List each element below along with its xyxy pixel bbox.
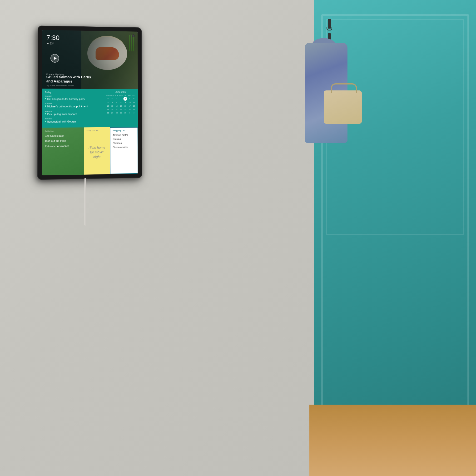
purse-bag: [324, 90, 362, 124]
cal-day-1n: 1: [128, 111, 132, 115]
cal-day-17[interactable]: 17: [128, 104, 132, 108]
todo-item-2: Take out the trash: [45, 139, 81, 143]
play-icon: [54, 57, 57, 60]
cal-day-11[interactable]: 11: [132, 101, 136, 104]
todo-item-3: Return tennis racket: [45, 144, 81, 148]
cal-hdr-thu: THU: [123, 95, 127, 97]
temperature: 63°: [50, 42, 54, 45]
cal-day-15[interactable]: 15: [119, 104, 123, 108]
cal-day-4[interactable]: 4: [132, 97, 136, 101]
shopping-label: Shopping List: [113, 130, 135, 132]
cal-day-27[interactable]: 27: [110, 111, 114, 115]
event-title-3: Pick up dog from daycare: [45, 112, 101, 116]
cal-day-30p: 30: [110, 97, 114, 101]
event-dot-4: [45, 121, 46, 122]
weather-icon: ☁: [46, 42, 49, 45]
cal-day-25[interactable]: 25: [132, 108, 136, 111]
shopping-item-1: Almond butter: [113, 134, 135, 136]
sticky-time: Today, 7:20 AM: [86, 129, 108, 132]
cal-day-3[interactable]: 3: [128, 97, 132, 101]
cal-day-6[interactable]: 6: [110, 101, 114, 104]
power-cable: [85, 178, 86, 226]
cal-day-29[interactable]: 29: [119, 111, 123, 115]
clock: 7:30: [46, 34, 60, 41]
event-item-4: 7:00 PM Racquetball with George: [45, 118, 101, 123]
events-panel: Today 8:00 AM Get doughnuts for birthday…: [42, 88, 104, 128]
calendar-month: June 2022: [106, 91, 136, 93]
cal-day-14[interactable]: 14: [115, 104, 119, 108]
hook-1: [328, 19, 331, 29]
event-item-2: 9:30 AM Michael's orthodontist appointme…: [45, 102, 101, 108]
cal-day-1[interactable]: 1: [119, 97, 123, 101]
play-button[interactable]: [51, 54, 59, 63]
cal-day-12[interactable]: 12: [106, 104, 110, 108]
cal-hdr-wed: WED: [119, 95, 123, 97]
echo-show-device: 7:30 ☁ 63° Popular Recipes Grilled Salmo…: [37, 25, 142, 180]
cal-day-13[interactable]: 13: [110, 104, 114, 108]
cal-day-18[interactable]: 18: [132, 104, 136, 108]
alexa-hint: Try "Alexa, show me this recipe": [46, 85, 74, 87]
event-title-4: Racquetball with George: [45, 120, 101, 123]
event-title-2: Michael's orthodontist appointment: [45, 105, 101, 108]
event-dot-2: [45, 105, 46, 107]
calendar-events-section: Today 8:00 AM Get doughnuts for birthday…: [42, 88, 138, 128]
cal-day-22[interactable]: 22: [119, 108, 123, 111]
event-item-3: 4:00 PM Pick up dog from daycare: [45, 110, 101, 116]
cal-day-2-today[interactable]: 2: [123, 97, 127, 101]
sticky-note-widget: Today, 7:20 AM I'll be home for movie ni…: [84, 127, 110, 175]
event-title-1: Get doughnuts for birthday party: [45, 97, 101, 101]
mini-calendar: June 2022 SUN MON TUE WED THU FRI SAT 29…: [104, 89, 138, 127]
cal-day-29p: 29: [106, 97, 110, 101]
event-dot-3: [45, 113, 46, 114]
calendar-grid: SUN MON TUE WED THU FRI SAT 29 30 31 1 2…: [106, 95, 136, 115]
cal-day-2n: 2: [132, 111, 136, 115]
cal-day-26[interactable]: 26: [106, 111, 110, 115]
event-dot-1: [45, 98, 46, 99]
cal-day-9[interactable]: 9: [123, 101, 127, 104]
todo-label: To-Do List: [45, 130, 81, 132]
cal-day-19[interactable]: 19: [106, 108, 110, 111]
cal-hdr-fri: FRI: [128, 95, 132, 97]
cal-hdr-sun: SUN: [106, 95, 110, 97]
cal-day-16[interactable]: 16: [123, 104, 127, 108]
time-display: 7:30 ☁ 63°: [46, 34, 60, 45]
floor: [309, 405, 476, 476]
recipe-title: Grilled Salmon with Herbs and Asparagus: [46, 75, 94, 84]
todo-item-1: Call Carlos back: [45, 134, 81, 138]
shopping-list-widget: Shopping List Almond butter Raisins Chai…: [110, 127, 138, 174]
event-time-1: 8:00 AM: [45, 95, 101, 97]
weather-display: ☁ 63°: [46, 42, 60, 45]
cal-hdr-mon: MON: [110, 95, 114, 97]
shopping-item-2: Raisins: [113, 137, 135, 141]
cal-day-7[interactable]: 7: [115, 101, 119, 104]
cal-day-31p: 31: [115, 97, 119, 101]
shopping-item-3: Chai tea: [113, 142, 135, 145]
widgets-section: To-Do List Call Carlos back Take out the…: [42, 127, 138, 175]
cal-day-28[interactable]: 28: [115, 111, 119, 115]
cal-day-24[interactable]: 24: [128, 108, 132, 111]
more-options-button[interactable]: ⋮: [130, 83, 134, 87]
cal-day-5[interactable]: 5: [106, 101, 110, 104]
cal-day-23[interactable]: 23: [123, 108, 127, 111]
cal-day-30[interactable]: 30: [123, 111, 127, 115]
cal-day-10[interactable]: 10: [128, 101, 132, 104]
cal-hdr-tue: TUE: [115, 95, 119, 97]
device-screen: 7:30 ☁ 63° Popular Recipes Grilled Salmo…: [42, 30, 138, 175]
event-time-2: 9:30 AM: [45, 102, 101, 105]
cal-day-20[interactable]: 20: [110, 108, 114, 111]
event-item-1: 8:00 AM Get doughnuts for birthday party: [45, 95, 101, 101]
shopping-item-4: Green onions: [113, 146, 135, 149]
camera-dot: [132, 34, 135, 37]
cal-day-8[interactable]: 8: [119, 101, 123, 104]
hero-section[interactable]: 7:30 ☁ 63° Popular Recipes Grilled Salmo…: [42, 30, 138, 89]
sticky-message: I'll be home for movie night: [86, 132, 108, 173]
todo-widget: To-Do List Call Carlos back Take out the…: [42, 128, 84, 175]
cal-day-21[interactable]: 21: [115, 108, 119, 111]
cal-hdr-sat: SAT: [132, 95, 136, 97]
today-label: Today: [45, 91, 101, 94]
